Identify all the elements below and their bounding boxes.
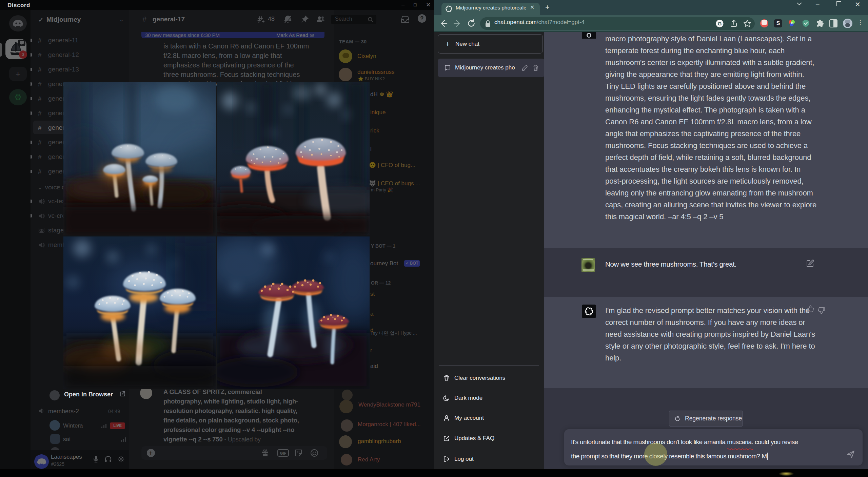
svg-text:G: G [718, 21, 722, 26]
